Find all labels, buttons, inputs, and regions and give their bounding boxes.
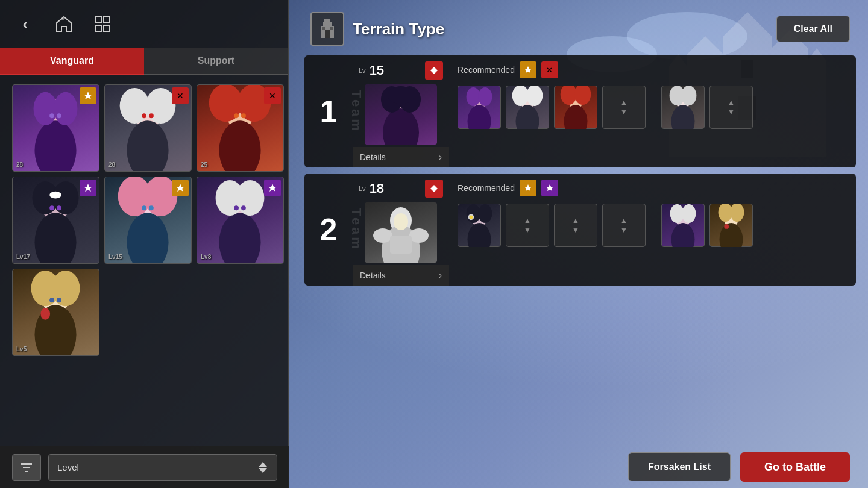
team1-rec-char-2[interactable] — [506, 86, 549, 129]
svg-point-25 — [127, 120, 168, 172]
back-button[interactable]: ‹ — [12, 11, 39, 37]
terrain-info: Terrain Type — [310, 12, 444, 46]
svg-rect-14 — [104, 17, 110, 23]
svg-rect-104 — [390, 236, 412, 254]
svg-point-78 — [383, 108, 419, 145]
team-row-2: Team 2 Lv 18 — [304, 174, 856, 286]
team2-rec-badge-gold — [520, 180, 536, 196]
char-badge-6 — [264, 180, 281, 196]
character-card-6[interactable]: Lv8 — [197, 177, 284, 264]
svg-point-81 — [388, 86, 414, 104]
team2-empty-slot-2[interactable]: ▲ ▼ — [554, 204, 597, 247]
svg-point-122 — [730, 204, 744, 222]
team1-slot-arrows-2: ▲ ▼ — [728, 98, 735, 116]
tab-vanguard[interactable]: Vanguard — [0, 48, 144, 75]
team2-slot-arrows-1: ▲ ▼ — [524, 216, 531, 234]
svg-point-22 — [57, 113, 61, 118]
team1-rec-chars: ▲ ▼ — [458, 86, 848, 129]
svg-marker-57 — [268, 184, 277, 192]
team2-role-icon — [425, 180, 443, 198]
team1-extra-char-1[interactable] — [661, 86, 705, 129]
character-grid: 28 28 ✕ — [0, 84, 288, 356]
home-icon — [54, 14, 74, 34]
team2-details-bar[interactable]: Details › — [353, 265, 449, 286]
character-card-7[interactable]: Lv5 — [12, 269, 99, 356]
character-card-3[interactable]: 25 ✕ — [197, 84, 284, 172]
team1-recommended-section: Recommended ✕ — [449, 55, 856, 167]
svg-marker-43 — [84, 184, 92, 192]
svg-point-21 — [49, 113, 54, 118]
svg-rect-13 — [95, 17, 101, 23]
svg-point-106 — [394, 213, 408, 230]
char-level-2: 28 — [108, 160, 115, 169]
team-row-1: Team 1 Lv 15 — [304, 55, 856, 167]
char-level-6: Lv8 — [201, 252, 211, 261]
team1-empty-slot-1[interactable]: ▲ ▼ — [602, 86, 646, 129]
svg-point-35 — [241, 113, 246, 118]
team2-empty-slot-3[interactable]: ▲ ▼ — [602, 204, 646, 247]
sort-label: Level — [57, 462, 79, 472]
svg-point-92 — [564, 105, 588, 129]
svg-point-88 — [516, 105, 539, 129]
svg-point-55 — [234, 205, 239, 210]
svg-point-48 — [142, 205, 146, 210]
svg-point-116 — [671, 223, 695, 247]
terrain-header: Terrain Type Clear All — [292, 0, 868, 55]
svg-point-54 — [236, 180, 264, 216]
team1-rec-char-3[interactable] — [554, 86, 597, 129]
team-number-1: 1 — [304, 55, 353, 167]
team2-recommended-section: Recommended — [449, 174, 856, 286]
character-card-4[interactable]: Lv17 — [12, 177, 99, 264]
terrain-title: Terrain Type — [353, 20, 444, 39]
go-to-battle-button[interactable]: Go to Battle — [740, 452, 850, 482]
team2-extra-char-1[interactable] — [661, 204, 705, 247]
svg-point-49 — [149, 205, 154, 210]
svg-point-103 — [409, 228, 429, 243]
forsaken-list-button[interactable]: Forsaken List — [628, 452, 731, 481]
char-badge-5 — [172, 180, 189, 196]
char-avatar-7 — [13, 269, 99, 355]
terrain-icon — [310, 12, 344, 46]
team1-rec-char-1[interactable] — [458, 86, 501, 129]
tab-support[interactable]: Support — [144, 48, 288, 75]
team2-empty-slot-1[interactable]: ▲ ▼ — [506, 204, 549, 247]
squad-button[interactable] — [89, 11, 116, 37]
team2-leader-level-row: Lv 18 — [353, 174, 449, 200]
team2-lv-label: Lv — [359, 185, 366, 192]
right-panel: Terrain Type Clear All Team 1 Lv 15 — [292, 0, 868, 488]
clear-all-button[interactable]: Clear All — [776, 16, 850, 42]
svg-point-98 — [681, 86, 696, 105]
bottom-bar-right: Forsaken List Go to Battle — [585, 446, 868, 488]
svg-rect-72 — [324, 19, 330, 22]
character-card-5[interactable]: Lv15 — [104, 177, 192, 264]
svg-marker-50 — [176, 184, 184, 192]
character-card-2[interactable]: 28 ✕ — [104, 84, 192, 172]
team1-rec-badge-red: ✕ — [541, 61, 558, 78]
char-badge-2: ✕ — [172, 87, 189, 104]
team1-empty-slot-2[interactable]: ▲ ▼ — [709, 86, 753, 129]
svg-point-56 — [241, 205, 246, 210]
team2-extra-char-2[interactable] — [709, 204, 753, 247]
team2-leader-avatar-wrap — [353, 200, 449, 265]
sort-selector[interactable]: Level — [48, 454, 277, 481]
team-number-2: 2 — [304, 174, 353, 286]
team1-details-label: Details — [360, 152, 386, 162]
svg-marker-76 — [430, 67, 438, 74]
svg-point-96 — [671, 105, 695, 129]
character-card-1[interactable]: 28 — [12, 84, 99, 172]
svg-point-19 — [34, 92, 57, 125]
svg-marker-82 — [524, 66, 532, 73]
char-level-5: Lv15 — [108, 252, 122, 261]
left-panel: ‹ Vanguard Support — [0, 0, 289, 488]
filter-button[interactable] — [12, 454, 41, 481]
team1-leader-avatar-wrap — [353, 82, 449, 147]
char-badge-4 — [80, 180, 96, 196]
svg-point-26 — [120, 88, 149, 124]
svg-point-31 — [219, 120, 260, 172]
team1-rec-label: Recommended — [458, 65, 515, 75]
team2-rec-char-1[interactable] — [458, 204, 501, 247]
home-button[interactable] — [51, 11, 77, 37]
team1-leader-avatar — [365, 84, 437, 145]
role-tabs: Vanguard Support — [0, 48, 288, 75]
team1-details-bar[interactable]: Details › — [353, 147, 449, 167]
